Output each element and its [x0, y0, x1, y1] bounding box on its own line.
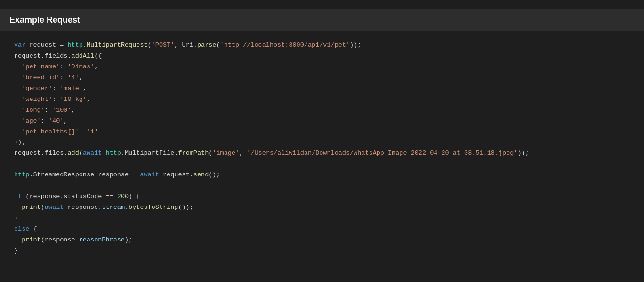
- code-line-18: else {: [14, 224, 630, 235]
- code-block: var request = http.MultipartRequest('POS…: [0, 31, 644, 266]
- section-title: Example Request: [0, 9, 644, 31]
- code-line-5: 'gender': 'male',: [14, 83, 630, 94]
- code-line-13: http.StreamedResponse response = await r…: [14, 170, 630, 181]
- code-line-12: [14, 159, 630, 170]
- page-container: Example Request var request = http.Multi…: [0, 0, 644, 282]
- code-line-3: 'pet_name': 'Dimas',: [14, 62, 630, 73]
- code-line-8: 'age': '40',: [14, 116, 630, 127]
- code-line-11: request.files.add(await http.MultipartFi…: [14, 148, 630, 159]
- code-line-9: 'pet_healths[]': '1': [14, 127, 630, 138]
- code-line-10: });: [14, 137, 630, 148]
- code-line-16: print(await response.stream.bytesToStrin…: [14, 202, 630, 213]
- code-line-6: 'weight': '10 kg',: [14, 94, 630, 105]
- code-line-14: [14, 181, 630, 191]
- code-line-7: 'long': '100',: [14, 105, 630, 116]
- code-line-20: }: [14, 246, 630, 257]
- code-line-4: 'breed_id': '4',: [14, 73, 630, 83]
- code-line-1: var request = http.MultipartRequest('POS…: [14, 40, 630, 51]
- code-line-2: request.fields.addAll({: [14, 51, 630, 62]
- code-line-17: }: [14, 213, 630, 224]
- code-line-15: if (response.statusCode == 200) {: [14, 191, 630, 202]
- code-line-19: print(response.reasonPhrase);: [14, 235, 630, 246]
